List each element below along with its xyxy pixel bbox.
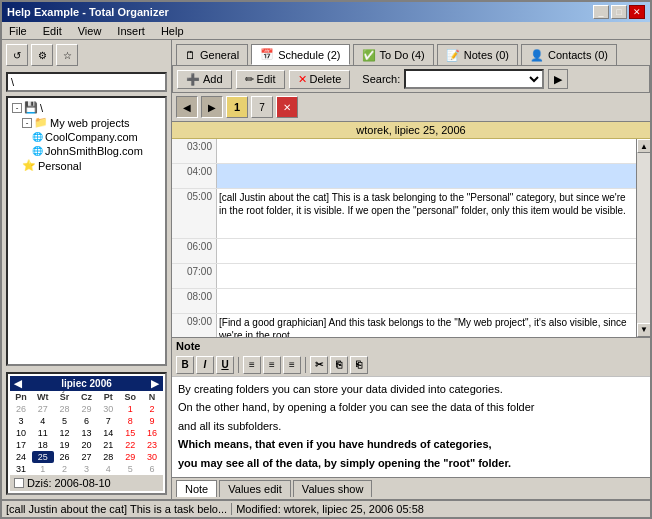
cal-day[interactable]: 22: [119, 439, 141, 451]
menu-view[interactable]: View: [75, 24, 105, 38]
tree-coolcompany[interactable]: 🌐 CoolCompany.com: [30, 130, 163, 144]
cut-button[interactable]: ✂: [310, 356, 328, 374]
nav-next-button[interactable]: ▶: [201, 96, 223, 118]
cal-day[interactable]: 9: [141, 415, 163, 427]
cal-day[interactable]: 8: [119, 415, 141, 427]
underline-button[interactable]: U: [216, 356, 234, 374]
time-content-0800[interactable]: [217, 289, 636, 313]
maximize-button[interactable]: □: [611, 5, 627, 19]
cal-day[interactable]: 2: [141, 403, 163, 415]
cal-day[interactable]: 28: [54, 403, 76, 415]
cal-day[interactable]: 5: [54, 415, 76, 427]
cal-day[interactable]: 29: [76, 403, 98, 415]
bottom-tab-note[interactable]: Note: [176, 480, 217, 497]
scroll-down-button[interactable]: ▼: [637, 323, 650, 337]
delete-button[interactable]: ✕ Delete: [289, 70, 351, 89]
time-content-0700[interactable]: [217, 264, 636, 288]
day-view-button[interactable]: 1: [226, 96, 248, 118]
scroll-up-button[interactable]: ▲: [637, 139, 650, 153]
cal-day[interactable]: 31: [10, 463, 32, 475]
add-button[interactable]: ➕ Add: [177, 70, 232, 89]
cal-day[interactable]: 15: [119, 427, 141, 439]
tab-general[interactable]: 🗒 General: [176, 44, 248, 65]
clear-button[interactable]: ✕: [276, 96, 298, 118]
tree-personal[interactable]: ⭐ Personal: [20, 158, 163, 173]
cal-day[interactable]: 27: [32, 403, 54, 415]
nav-prev-button[interactable]: ◀: [176, 96, 198, 118]
cal-day[interactable]: 3: [10, 415, 32, 427]
bold-button[interactable]: B: [176, 356, 194, 374]
cal-day[interactable]: 29: [119, 451, 141, 463]
time-content-0300[interactable]: [217, 139, 636, 163]
note-content[interactable]: By creating folders you can store your d…: [172, 377, 650, 478]
cal-day[interactable]: 3: [76, 463, 98, 475]
search-combo[interactable]: [404, 69, 544, 89]
scroll-track[interactable]: [637, 153, 650, 323]
paste-button[interactable]: ⎗: [350, 356, 368, 374]
copy-button[interactable]: ⎘: [330, 356, 348, 374]
time-content-0400[interactable]: [217, 164, 636, 188]
tab-notes[interactable]: 📝 Notes (0): [437, 44, 518, 65]
cal-day[interactable]: 24: [10, 451, 32, 463]
time-content-0600[interactable]: [217, 239, 636, 263]
cal-day-selected[interactable]: 25: [32, 451, 54, 463]
week-view-button[interactable]: 7: [251, 96, 273, 118]
tab-todo[interactable]: ✅ To Do (4): [353, 44, 434, 65]
cal-day[interactable]: 21: [97, 439, 119, 451]
cal-day[interactable]: 17: [10, 439, 32, 451]
today-checkbox[interactable]: [14, 478, 24, 488]
refresh-button[interactable]: ↺: [6, 44, 28, 66]
bottom-tab-values-show[interactable]: Values show: [293, 480, 373, 497]
cal-day[interactable]: 28: [97, 451, 119, 463]
settings-button[interactable]: ⚙: [31, 44, 53, 66]
menu-file[interactable]: File: [6, 24, 30, 38]
cal-day[interactable]: 13: [76, 427, 98, 439]
align-center-button[interactable]: ≡: [263, 356, 281, 374]
cal-day[interactable]: 10: [10, 427, 32, 439]
tab-schedule[interactable]: 📅 Schedule (2): [251, 44, 349, 65]
menu-insert[interactable]: Insert: [114, 24, 148, 38]
search-input[interactable]: [6, 72, 167, 92]
time-content-0900[interactable]: [Find a good graphician] And this task b…: [217, 314, 636, 337]
menu-edit[interactable]: Edit: [40, 24, 65, 38]
tree-root[interactable]: - 💾 \: [10, 100, 163, 115]
bottom-tab-values-edit[interactable]: Values edit: [219, 480, 291, 497]
cal-next-button[interactable]: ▶: [151, 378, 159, 389]
cal-day[interactable]: 5: [119, 463, 141, 475]
tab-contacts[interactable]: 👤 Contacts (0): [521, 44, 617, 65]
cal-day[interactable]: 19: [54, 439, 76, 451]
cal-day[interactable]: 11: [32, 427, 54, 439]
star-button[interactable]: ☆: [56, 44, 78, 66]
cal-day[interactable]: 23: [141, 439, 163, 451]
cal-day[interactable]: 30: [141, 451, 163, 463]
cal-day[interactable]: 4: [32, 415, 54, 427]
cal-day[interactable]: 26: [54, 451, 76, 463]
cal-day[interactable]: 30: [97, 403, 119, 415]
search-go-button[interactable]: ▶: [548, 69, 568, 89]
cal-day[interactable]: 14: [97, 427, 119, 439]
cal-day[interactable]: 6: [141, 463, 163, 475]
italic-button[interactable]: I: [196, 356, 214, 374]
cal-day[interactable]: 27: [76, 451, 98, 463]
align-right-button[interactable]: ≡: [283, 356, 301, 374]
expand-my-web[interactable]: -: [22, 118, 32, 128]
cal-day[interactable]: 4: [97, 463, 119, 475]
align-left-button[interactable]: ≡: [243, 356, 261, 374]
minimize-button[interactable]: _: [593, 5, 609, 19]
tree-my-web-projects[interactable]: - 📁 My web projects: [20, 115, 163, 130]
cal-day[interactable]: 26: [10, 403, 32, 415]
tree-johnsmithblog[interactable]: 🌐 JohnSmithBlog.com: [30, 144, 163, 158]
cal-day[interactable]: 7: [97, 415, 119, 427]
cal-day[interactable]: 1: [32, 463, 54, 475]
close-button[interactable]: ✕: [629, 5, 645, 19]
cal-day[interactable]: 18: [32, 439, 54, 451]
cal-day[interactable]: 20: [76, 439, 98, 451]
cal-day[interactable]: 6: [76, 415, 98, 427]
cal-day[interactable]: 1: [119, 403, 141, 415]
cal-prev-button[interactable]: ◀: [14, 378, 22, 389]
expand-root[interactable]: -: [12, 103, 22, 113]
time-content-0500[interactable]: [call Justin about the cat] This is a ta…: [217, 189, 636, 238]
cal-day[interactable]: 16: [141, 427, 163, 439]
cal-day[interactable]: 2: [54, 463, 76, 475]
cal-day[interactable]: 12: [54, 427, 76, 439]
